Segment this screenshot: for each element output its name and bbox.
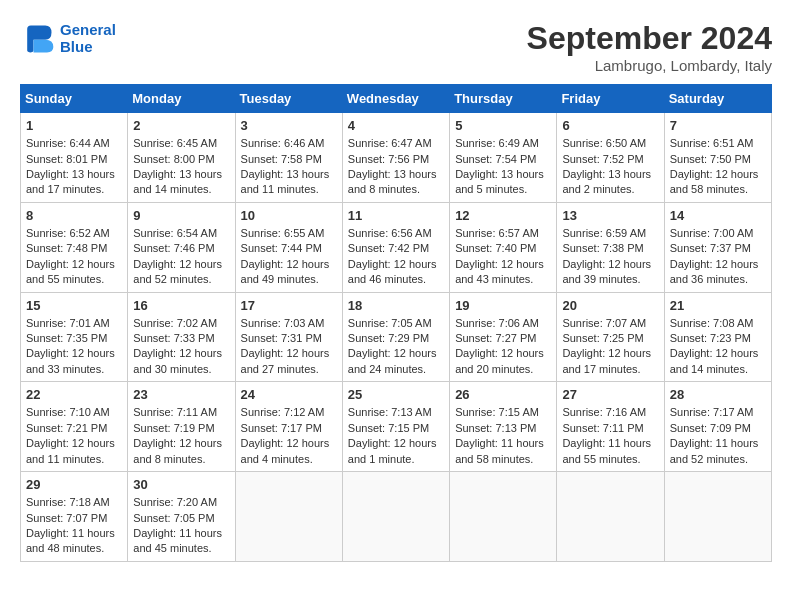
day-number: 22 xyxy=(26,386,122,404)
day-detail: Daylight: 13 hours xyxy=(455,167,551,182)
day-detail: Sunset: 7:21 PM xyxy=(26,421,122,436)
day-detail: Daylight: 12 hours xyxy=(133,257,229,272)
day-detail: and 58 minutes. xyxy=(455,452,551,467)
day-number: 19 xyxy=(455,297,551,315)
day-detail: Daylight: 12 hours xyxy=(670,167,766,182)
day-detail: Sunrise: 7:16 AM xyxy=(562,405,658,420)
day-detail: Daylight: 11 hours xyxy=(455,436,551,451)
day-number: 27 xyxy=(562,386,658,404)
day-detail: Daylight: 13 hours xyxy=(241,167,337,182)
day-detail: and 11 minutes. xyxy=(26,452,122,467)
calendar-cell xyxy=(450,472,557,562)
day-detail: Sunrise: 7:17 AM xyxy=(670,405,766,420)
calendar-cell: 12Sunrise: 6:57 AMSunset: 7:40 PMDayligh… xyxy=(450,202,557,292)
day-detail: and 52 minutes. xyxy=(133,272,229,287)
day-detail: and 14 minutes. xyxy=(670,362,766,377)
calendar-cell: 28Sunrise: 7:17 AMSunset: 7:09 PMDayligh… xyxy=(664,382,771,472)
day-number: 7 xyxy=(670,117,766,135)
day-detail: Daylight: 12 hours xyxy=(670,346,766,361)
day-detail: and 8 minutes. xyxy=(133,452,229,467)
day-detail: Sunset: 7:35 PM xyxy=(26,331,122,346)
calendar-cell xyxy=(664,472,771,562)
calendar-cell: 9Sunrise: 6:54 AMSunset: 7:46 PMDaylight… xyxy=(128,202,235,292)
day-detail: Sunset: 7:25 PM xyxy=(562,331,658,346)
day-detail: and 48 minutes. xyxy=(26,541,122,556)
day-number: 21 xyxy=(670,297,766,315)
day-detail: Sunset: 7:17 PM xyxy=(241,421,337,436)
day-detail: and 5 minutes. xyxy=(455,182,551,197)
day-detail: Sunrise: 7:06 AM xyxy=(455,316,551,331)
day-detail: and 20 minutes. xyxy=(455,362,551,377)
day-detail: Sunset: 7:09 PM xyxy=(670,421,766,436)
day-number: 28 xyxy=(670,386,766,404)
day-detail: Sunset: 7:11 PM xyxy=(562,421,658,436)
calendar-cell: 15Sunrise: 7:01 AMSunset: 7:35 PMDayligh… xyxy=(21,292,128,382)
month-title: September 2024 xyxy=(527,20,772,57)
day-detail: and 58 minutes. xyxy=(670,182,766,197)
day-detail: Sunset: 7:38 PM xyxy=(562,241,658,256)
day-number: 12 xyxy=(455,207,551,225)
day-detail: Daylight: 12 hours xyxy=(133,436,229,451)
calendar-cell: 19Sunrise: 7:06 AMSunset: 7:27 PMDayligh… xyxy=(450,292,557,382)
day-number: 1 xyxy=(26,117,122,135)
day-detail: Sunset: 7:33 PM xyxy=(133,331,229,346)
day-detail: and 4 minutes. xyxy=(241,452,337,467)
day-detail: Sunrise: 6:44 AM xyxy=(26,136,122,151)
day-detail: Daylight: 12 hours xyxy=(26,346,122,361)
calendar-cell: 13Sunrise: 6:59 AMSunset: 7:38 PMDayligh… xyxy=(557,202,664,292)
day-detail: Sunrise: 7:02 AM xyxy=(133,316,229,331)
day-detail: and 55 minutes. xyxy=(26,272,122,287)
day-detail: Sunset: 7:58 PM xyxy=(241,152,337,167)
day-detail: and 49 minutes. xyxy=(241,272,337,287)
day-detail: Daylight: 12 hours xyxy=(348,436,444,451)
day-header-friday: Friday xyxy=(557,85,664,113)
day-detail: and 14 minutes. xyxy=(133,182,229,197)
location: Lambrugo, Lombardy, Italy xyxy=(527,57,772,74)
day-header-monday: Monday xyxy=(128,85,235,113)
calendar-week-4: 22Sunrise: 7:10 AMSunset: 7:21 PMDayligh… xyxy=(21,382,772,472)
day-detail: Daylight: 12 hours xyxy=(455,346,551,361)
page-header: General Blue September 2024 Lambrugo, Lo… xyxy=(20,20,772,74)
day-detail: Sunset: 7:13 PM xyxy=(455,421,551,436)
calendar-cell: 24Sunrise: 7:12 AMSunset: 7:17 PMDayligh… xyxy=(235,382,342,472)
day-detail: Sunset: 7:50 PM xyxy=(670,152,766,167)
day-detail: Daylight: 12 hours xyxy=(241,346,337,361)
day-number: 30 xyxy=(133,476,229,494)
day-detail: Sunrise: 7:12 AM xyxy=(241,405,337,420)
calendar-cell: 1Sunrise: 6:44 AMSunset: 8:01 PMDaylight… xyxy=(21,113,128,203)
day-detail: Daylight: 13 hours xyxy=(348,167,444,182)
day-number: 13 xyxy=(562,207,658,225)
day-detail: Sunrise: 6:49 AM xyxy=(455,136,551,151)
day-detail: Sunrise: 6:52 AM xyxy=(26,226,122,241)
day-detail: Sunset: 7:46 PM xyxy=(133,241,229,256)
day-detail: Sunset: 7:48 PM xyxy=(26,241,122,256)
calendar-cell: 2Sunrise: 6:45 AMSunset: 8:00 PMDaylight… xyxy=(128,113,235,203)
day-number: 6 xyxy=(562,117,658,135)
day-header-saturday: Saturday xyxy=(664,85,771,113)
day-detail: Sunset: 7:37 PM xyxy=(670,241,766,256)
day-detail: Daylight: 12 hours xyxy=(670,257,766,272)
day-detail: Daylight: 12 hours xyxy=(26,436,122,451)
calendar-cell: 14Sunrise: 7:00 AMSunset: 7:37 PMDayligh… xyxy=(664,202,771,292)
day-detail: Daylight: 13 hours xyxy=(562,167,658,182)
calendar-cell: 27Sunrise: 7:16 AMSunset: 7:11 PMDayligh… xyxy=(557,382,664,472)
day-detail: Sunset: 7:27 PM xyxy=(455,331,551,346)
day-detail: Daylight: 12 hours xyxy=(26,257,122,272)
day-detail: Sunset: 7:05 PM xyxy=(133,511,229,526)
day-detail: Sunset: 7:19 PM xyxy=(133,421,229,436)
calendar-cell: 3Sunrise: 6:46 AMSunset: 7:58 PMDaylight… xyxy=(235,113,342,203)
day-detail: and 30 minutes. xyxy=(133,362,229,377)
day-detail: and 52 minutes. xyxy=(670,452,766,467)
calendar-week-1: 1Sunrise: 6:44 AMSunset: 8:01 PMDaylight… xyxy=(21,113,772,203)
day-header-thursday: Thursday xyxy=(450,85,557,113)
day-detail: and 2 minutes. xyxy=(562,182,658,197)
calendar-week-5: 29Sunrise: 7:18 AMSunset: 7:07 PMDayligh… xyxy=(21,472,772,562)
day-detail: Daylight: 13 hours xyxy=(26,167,122,182)
calendar-cell: 4Sunrise: 6:47 AMSunset: 7:56 PMDaylight… xyxy=(342,113,449,203)
day-number: 18 xyxy=(348,297,444,315)
day-detail: Sunset: 7:31 PM xyxy=(241,331,337,346)
day-detail: Sunset: 7:54 PM xyxy=(455,152,551,167)
day-number: 10 xyxy=(241,207,337,225)
day-detail: Sunrise: 6:45 AM xyxy=(133,136,229,151)
day-detail: Sunrise: 7:18 AM xyxy=(26,495,122,510)
